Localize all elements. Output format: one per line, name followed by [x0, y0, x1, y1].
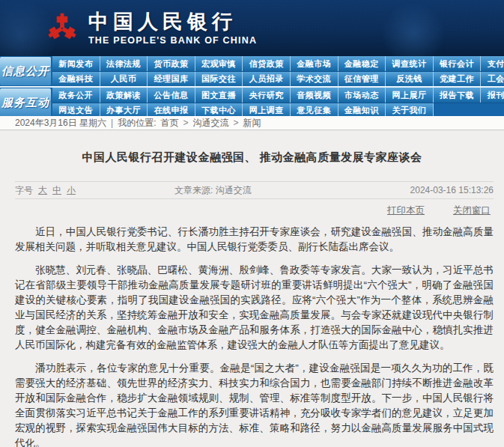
- nav-item[interactable]: 新闻发布: [52, 56, 100, 71]
- breadcrumb-arrow: >: [234, 118, 239, 128]
- font-size-large-button[interactable]: 大: [38, 184, 47, 197]
- nav-item[interactable]: 市场动态: [338, 88, 386, 103]
- nav-item[interactable]: 下载中心: [195, 103, 243, 116]
- article-meta-bar: 字号 大 中 小 文章来源: 沟通交流 2024-03-16 15:13:26: [15, 181, 494, 199]
- nav-item[interactable]: 报刊年鉴: [481, 88, 504, 103]
- print-page-link[interactable]: 打印本页: [387, 204, 425, 217]
- article-source: 文章来源: 沟通交流: [174, 184, 252, 197]
- breadcrumb: 2024年3月16日 星期六 | 我的位置: 首页 > 沟通交流 > 新闻: [0, 116, 504, 130]
- nav-item-empty: [434, 103, 482, 116]
- nav-item[interactable]: 公告信息: [148, 88, 195, 103]
- nav-item[interactable]: 征信管理: [338, 72, 386, 86]
- current-date: 2024年3月16日 星期六: [15, 117, 106, 130]
- breadcrumb-pipe: |: [111, 118, 113, 128]
- article-paragraph: 潘功胜表示，各位专家的意见十分重要。金融是“国之大者”，建设金融强国是一项久久为…: [15, 361, 494, 447]
- bank-title-block: 中国人民银行 THE PEOPLE'S BANK OF CHINA: [88, 10, 257, 46]
- nav-item[interactable]: 网上调查: [243, 103, 291, 116]
- nav-item[interactable]: 反洗钱: [386, 72, 434, 86]
- font-size-label: 字号: [15, 184, 33, 197]
- nav-item[interactable]: 学术交流: [291, 72, 338, 86]
- nav-item[interactable]: 网送文告: [52, 103, 100, 116]
- nav-item[interactable]: 调查统计: [386, 56, 434, 71]
- nav-row: 新闻发布法律法规货币政策宏观审慎信贷政策金融市场金融稳定调查统计银行会计支付体系: [52, 56, 504, 71]
- nav-group-information-disclosure: 信息公开 新闻发布法律法规货币政策宏观审慎信贷政策金融市场金融稳定调查统计银行会…: [0, 56, 504, 86]
- nav-item[interactable]: 报告下载: [434, 88, 482, 103]
- nav-item[interactable]: 图文直播: [195, 88, 243, 103]
- nav-item[interactable]: 法律法规: [100, 56, 148, 71]
- nav-item[interactable]: 办事大厅: [100, 103, 148, 116]
- breadcrumb-arrow: >: [183, 118, 189, 128]
- nav-item[interactable]: 银行会计: [434, 56, 482, 71]
- nav-item[interactable]: 人员招录: [243, 72, 291, 86]
- nav-section-service-interaction[interactable]: 服务互动: [0, 88, 51, 117]
- nav-row: 网送文告办事大厅在线申报下载中心网上调查意见征集金融知识关于我们: [52, 103, 504, 116]
- nav-item[interactable]: 政务公开: [52, 88, 100, 103]
- nav-item[interactable]: 金融稳定: [338, 56, 386, 71]
- article-timestamp: 2024-03-16 15:13:26: [410, 185, 494, 195]
- nav-row: 金融科技人民币经理国库国际交往人员招录学术交流征信管理反洗钱党建工作工会工作: [52, 71, 504, 86]
- article-paragraph: 近日，中国人民银行党委书记、行长潘功胜主持召开专家座谈会，研究建设金融强国、推动…: [15, 225, 494, 255]
- article-paragraph: 张晓慧、刘元春、张晓晶、巴曙松、黄海洲、殷剑峰、鲁政委等专家发言。大家一致认为，…: [15, 263, 494, 353]
- nav-item[interactable]: 金融市场: [291, 56, 338, 71]
- article-body: 近日，中国人民银行党委书记、行长潘功胜主持召开专家座谈会，研究建设金融强国、推动…: [15, 225, 494, 447]
- nav-item[interactable]: 金融知识: [338, 103, 386, 116]
- nav-row: 政务公开政策解读公告信息图文直播央行研究音频视频市场动态网上展厅报告下载报刊年鉴: [52, 88, 504, 103]
- breadcrumb-link-home[interactable]: 首页: [161, 117, 179, 130]
- bank-name-english: THE PEOPLE'S BANK OF CHINA: [88, 35, 257, 46]
- pboc-logo-icon: [46, 9, 78, 48]
- nav-item[interactable]: 金融科技: [52, 72, 100, 86]
- nav-item[interactable]: 政策解读: [100, 88, 148, 103]
- article-content: 中国人民银行召开建设金融强国、 推动金融高质量发展专家座谈会 字号 大 中 小 …: [0, 130, 504, 447]
- nav-item[interactable]: 音频视频: [291, 88, 338, 103]
- pboc-webpage: 中国人民银行 THE PEOPLE'S BANK OF CHINA 信息公开 新…: [0, 0, 504, 447]
- breadcrumb-link-news[interactable]: 新闻: [243, 117, 261, 130]
- nav-item[interactable]: 货币政策: [148, 56, 195, 71]
- nav-item[interactable]: 意见征集: [291, 103, 338, 116]
- main-navigation: 信息公开 新闻发布法律法规货币政策宏观审慎信贷政策金融市场金融稳定调查统计银行会…: [0, 56, 504, 116]
- nav-item[interactable]: 工会工作: [481, 72, 504, 86]
- nav-item[interactable]: 宏观审慎: [195, 56, 243, 71]
- nav-item[interactable]: 信贷政策: [243, 56, 291, 71]
- site-header: 中国人民银行 THE PEOPLE'S BANK OF CHINA: [0, 0, 504, 56]
- nav-item[interactable]: 网上展厅: [386, 88, 434, 103]
- nav-item[interactable]: 国际交往: [195, 72, 243, 86]
- nav-group-service-interaction: 服务互动 政务公开政策解读公告信息图文直播央行研究音频视频市场动态网上展厅报告下…: [0, 86, 504, 116]
- nav-item[interactable]: 支付体系: [481, 56, 504, 71]
- nav-item[interactable]: 经理国库: [148, 72, 195, 86]
- font-size-medium-button[interactable]: 中: [52, 184, 61, 197]
- nav-item[interactable]: 人民币: [100, 72, 148, 86]
- bank-name-chinese: 中国人民银行: [88, 10, 257, 33]
- nav-item[interactable]: 关于我们: [386, 103, 434, 116]
- nav-section-information-disclosure[interactable]: 信息公开: [0, 57, 51, 85]
- article-actions: 打印本页 关闭窗口: [15, 204, 491, 217]
- nav-item[interactable]: 央行研究: [243, 88, 291, 103]
- font-size-small-button[interactable]: 小: [67, 184, 76, 197]
- nav-item[interactable]: 在线申报: [148, 103, 195, 116]
- nav-item-empty: [481, 103, 504, 116]
- breadcrumb-link-communication[interactable]: 沟通交流: [193, 117, 229, 130]
- nav-item[interactable]: 党建工作: [434, 72, 482, 86]
- location-label: 我的位置:: [118, 117, 156, 130]
- close-window-link[interactable]: 关闭窗口: [453, 204, 491, 217]
- article-title: 中国人民银行召开建设金融强国、 推动金融高质量发展专家座谈会: [15, 150, 489, 165]
